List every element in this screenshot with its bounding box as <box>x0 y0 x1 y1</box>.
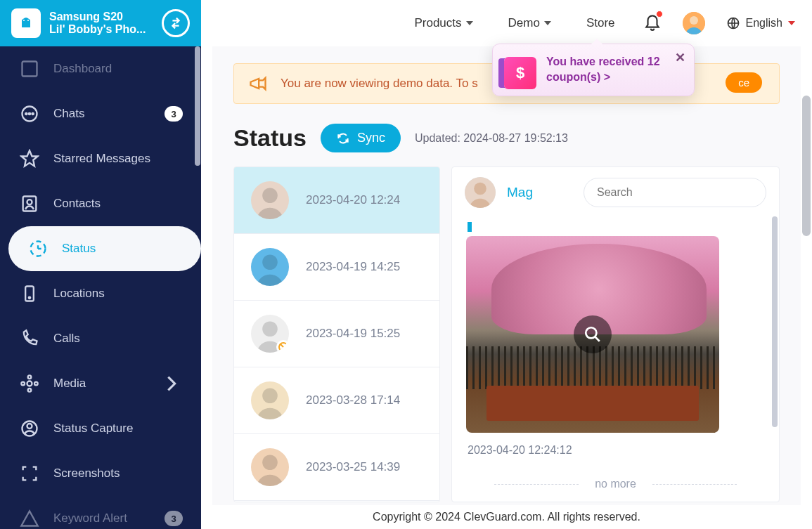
banner-buy-button[interactable]: ce <box>726 72 762 93</box>
top-nav: Products Demo Store <box>414 16 614 30</box>
svg-point-20 <box>690 16 698 25</box>
calls-icon <box>20 329 39 348</box>
sidebar-item-label: Contacts <box>53 197 101 211</box>
device-subtitle: Lil' Bobby's Pho... <box>49 23 162 36</box>
keyword-badge: 3 <box>165 511 183 526</box>
page-title: Status <box>233 124 307 152</box>
device-name: Samsung S20 <box>49 11 162 23</box>
topnav-label: Demo <box>508 16 540 30</box>
status-list-item[interactable]: 2023-03-28 17:14 <box>234 367 439 434</box>
status-list-item[interactable]: 2023-04-20 12:24 <box>234 167 439 234</box>
popup-close-button[interactable]: ✕ <box>675 50 685 65</box>
status-list-item[interactable]: 2023-03-18 14:00 <box>234 501 439 502</box>
topnav-products[interactable]: Products <box>414 16 472 30</box>
device-header: Samsung S20 Lil' Bobby's Pho... <box>0 0 201 46</box>
detail-header: Mag <box>452 167 779 218</box>
svg-point-12 <box>27 381 32 386</box>
sidebar-item-label: Dashboard <box>53 62 112 76</box>
topbar: Products Demo Store English <box>201 0 812 46</box>
footer-text: Copyright © 2024 ClevGuard.com. All righ… <box>373 511 640 523</box>
svg-point-18 <box>27 424 32 429</box>
user-avatar[interactable] <box>683 12 705 34</box>
star-icon <box>20 149 39 169</box>
status-list[interactable]: 2023-04-20 12:242023-04-19 14:252023-04-… <box>233 166 440 502</box>
svg-point-5 <box>29 113 30 115</box>
svg-point-30 <box>474 183 486 195</box>
sidebar-item-contacts[interactable]: Contacts <box>0 181 201 226</box>
detail-avatar <box>465 177 496 208</box>
svg-point-31 <box>586 327 596 338</box>
topnav-demo[interactable]: Demo <box>508 16 551 30</box>
popup-text[interactable]: You have received 12 coupon(s) > <box>546 54 662 86</box>
detail-body[interactable]: 2023-04-20 12:24:12 no more <box>452 218 779 502</box>
svg-rect-2 <box>22 62 37 77</box>
svg-point-26 <box>262 388 278 403</box>
switch-device-icon[interactable] <box>162 9 190 37</box>
sidebar-item-label: Starred Messages <box>53 152 150 166</box>
sidebar-item-media[interactable]: Media <box>0 361 201 406</box>
sidebar-item-label: Locations <box>53 287 105 301</box>
updated-text: Updated: 2024-08-27 19:52:13 <box>415 132 568 145</box>
sidebar-item-calls[interactable]: Calls <box>0 316 201 361</box>
status-list-item[interactable]: 2023-04-19 15:25 <box>234 301 439 367</box>
detail-contact-name: Mag <box>507 185 533 200</box>
sidebar-item-label: Chats <box>53 107 84 121</box>
status-timestamp: 2023-04-20 12:24:12 <box>468 444 765 457</box>
sidebar-item-label: Screenshots <box>53 466 120 481</box>
content-row: 2023-04-20 12:242023-04-19 14:252023-04-… <box>233 166 780 502</box>
status-avatar <box>251 248 289 286</box>
svg-point-15 <box>21 382 25 386</box>
sidebar-item-dashboard[interactable]: Dashboard <box>0 46 201 91</box>
sidebar-item-label: Calls <box>53 332 80 346</box>
topnav-label: Store <box>586 16 615 30</box>
sidebar-item-keyword-alert[interactable]: Keyword Alert 3 <box>0 496 201 529</box>
svg-point-6 <box>32 113 34 115</box>
screenshots-icon <box>20 464 39 483</box>
main-area: You are now viewing demo data. To s ce S… <box>201 46 812 505</box>
sidebar-item-locations[interactable]: Locations <box>0 271 201 316</box>
sidebar-nav: Dashboard Chats 3 Starred Messages Conta… <box>0 46 201 529</box>
svg-point-23 <box>262 254 278 270</box>
chevron-down-icon <box>544 21 551 25</box>
status-avatar <box>251 315 289 353</box>
sidebar-item-status-capture[interactable]: Status Capture <box>0 406 201 451</box>
status-item-time: 2023-03-25 14:39 <box>306 460 400 474</box>
svg-point-13 <box>28 375 32 379</box>
svg-point-16 <box>34 382 38 386</box>
sidebar-item-label: Media <box>53 377 86 391</box>
sidebar-scrollbar[interactable] <box>194 46 201 529</box>
coupon-popup: $ You have received 12 coupon(s) > ✕ <box>492 44 695 96</box>
zoom-icon[interactable] <box>574 315 612 353</box>
notifications-bell[interactable] <box>643 13 662 34</box>
status-avatar <box>251 448 289 486</box>
status-photo[interactable] <box>466 236 719 433</box>
sidebar: Samsung S20 Lil' Bobby's Pho... Dashboar… <box>0 0 201 529</box>
dashboard-icon <box>20 59 39 79</box>
sidebar-item-status[interactable]: Status <box>8 226 201 271</box>
status-list-item[interactable]: 2023-04-19 14:25 <box>234 234 439 301</box>
detail-scrollbar[interactable] <box>771 216 778 496</box>
footer: Copyright © 2024 ClevGuard.com. All righ… <box>201 505 812 529</box>
status-avatar <box>251 181 289 219</box>
svg-point-4 <box>25 113 27 115</box>
sync-button[interactable]: Sync <box>321 124 401 152</box>
topnav-store[interactable]: Store <box>586 16 615 30</box>
globe-icon <box>726 16 740 30</box>
svg-point-0 <box>23 20 25 21</box>
chats-icon <box>20 104 39 124</box>
sidebar-item-starred[interactable]: Starred Messages <box>0 136 201 181</box>
sidebar-item-screenshots[interactable]: Screenshots <box>0 451 201 496</box>
megaphone-icon <box>248 74 268 93</box>
sync-label: Sync <box>357 131 385 145</box>
search-input[interactable] <box>584 178 766 207</box>
status-item-time: 2023-03-28 17:14 <box>306 393 400 407</box>
page-scrollbar[interactable] <box>802 96 811 236</box>
language-selector[interactable]: English <box>726 16 795 30</box>
svg-point-1 <box>27 20 29 21</box>
status-icon <box>28 239 48 259</box>
no-more-label: no more <box>466 478 765 490</box>
sidebar-item-chats[interactable]: Chats 3 <box>0 91 201 136</box>
status-list-item[interactable]: 2023-03-25 14:39 <box>234 434 439 501</box>
contacts-icon <box>20 194 39 214</box>
sidebar-item-label: Status <box>62 242 96 256</box>
